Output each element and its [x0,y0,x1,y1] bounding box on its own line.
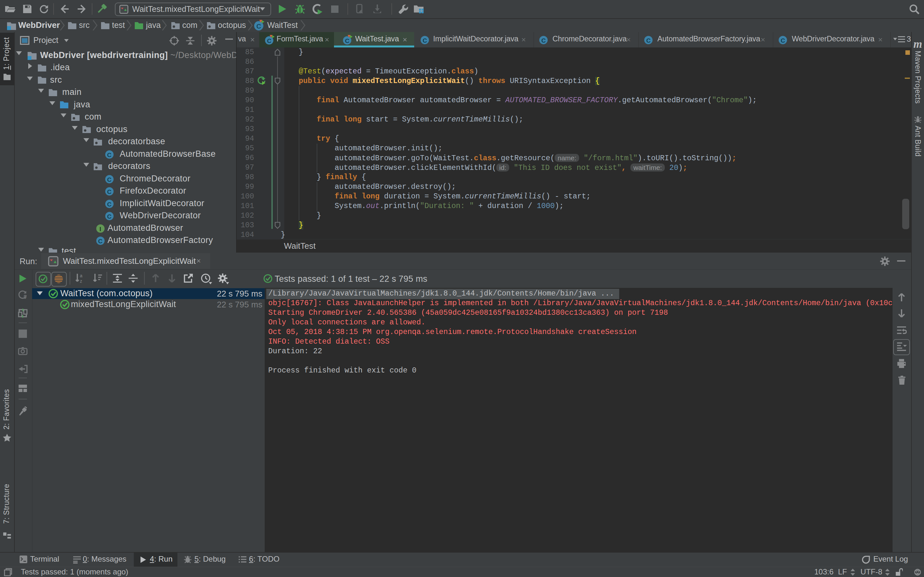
svg-text:C: C [107,213,112,220]
svg-text:C: C [646,37,651,44]
svg-text:C: C [780,37,785,44]
svg-text:C: C [267,37,271,44]
svg-text:C: C [423,37,427,44]
svg-text:C: C [107,189,112,195]
svg-text:a: a [80,273,82,278]
svg-text:z: z [80,279,82,284]
svg-text:C: C [256,23,261,30]
svg-text:C: C [107,176,112,183]
svg-text:C: C [107,201,112,208]
svg-text:C: C [98,238,103,245]
svg-text:C: C [107,152,112,158]
svg-text:C: C [345,37,349,44]
svg-text:I: I [99,226,102,232]
svg-text:C: C [541,37,546,44]
svg-text:9: 9 [24,294,27,300]
